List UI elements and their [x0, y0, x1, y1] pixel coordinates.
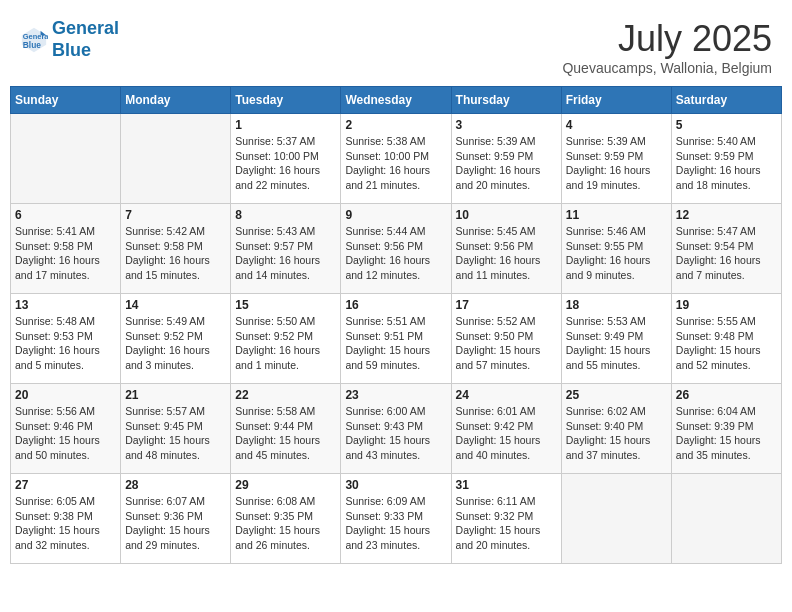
calendar-cell: 2Sunrise: 5:38 AM Sunset: 10:00 PM Dayli…: [341, 114, 451, 204]
day-number: 18: [566, 298, 667, 312]
day-number: 19: [676, 298, 777, 312]
calendar-cell: 23Sunrise: 6:00 AM Sunset: 9:43 PM Dayli…: [341, 384, 451, 474]
calendar-cell: 27Sunrise: 6:05 AM Sunset: 9:38 PM Dayli…: [11, 474, 121, 564]
day-number: 3: [456, 118, 557, 132]
weekday-header-tuesday: Tuesday: [231, 87, 341, 114]
calendar-cell: 18Sunrise: 5:53 AM Sunset: 9:49 PM Dayli…: [561, 294, 671, 384]
day-info: Sunrise: 5:49 AM Sunset: 9:52 PM Dayligh…: [125, 314, 226, 373]
day-info: Sunrise: 5:52 AM Sunset: 9:50 PM Dayligh…: [456, 314, 557, 373]
calendar-cell: 25Sunrise: 6:02 AM Sunset: 9:40 PM Dayli…: [561, 384, 671, 474]
calendar-cell: 7Sunrise: 5:42 AM Sunset: 9:58 PM Daylig…: [121, 204, 231, 294]
weekday-header-thursday: Thursday: [451, 87, 561, 114]
day-number: 23: [345, 388, 446, 402]
calendar-week-1: 1Sunrise: 5:37 AM Sunset: 10:00 PM Dayli…: [11, 114, 782, 204]
calendar-cell: 13Sunrise: 5:48 AM Sunset: 9:53 PM Dayli…: [11, 294, 121, 384]
calendar-cell: 12Sunrise: 5:47 AM Sunset: 9:54 PM Dayli…: [671, 204, 781, 294]
weekday-header-wednesday: Wednesday: [341, 87, 451, 114]
svg-text:Blue: Blue: [23, 40, 41, 50]
calendar-week-2: 6Sunrise: 5:41 AM Sunset: 9:58 PM Daylig…: [11, 204, 782, 294]
day-info: Sunrise: 5:48 AM Sunset: 9:53 PM Dayligh…: [15, 314, 116, 373]
calendar-cell: 1Sunrise: 5:37 AM Sunset: 10:00 PM Dayli…: [231, 114, 341, 204]
calendar-week-4: 20Sunrise: 5:56 AM Sunset: 9:46 PM Dayli…: [11, 384, 782, 474]
day-info: Sunrise: 5:53 AM Sunset: 9:49 PM Dayligh…: [566, 314, 667, 373]
day-number: 7: [125, 208, 226, 222]
day-info: Sunrise: 5:46 AM Sunset: 9:55 PM Dayligh…: [566, 224, 667, 283]
day-number: 13: [15, 298, 116, 312]
calendar-cell: 5Sunrise: 5:40 AM Sunset: 9:59 PM Daylig…: [671, 114, 781, 204]
weekday-header-saturday: Saturday: [671, 87, 781, 114]
day-number: 12: [676, 208, 777, 222]
day-number: 15: [235, 298, 336, 312]
calendar-cell: 6Sunrise: 5:41 AM Sunset: 9:58 PM Daylig…: [11, 204, 121, 294]
day-number: 6: [15, 208, 116, 222]
day-number: 20: [15, 388, 116, 402]
calendar-cell: 9Sunrise: 5:44 AM Sunset: 9:56 PM Daylig…: [341, 204, 451, 294]
day-info: Sunrise: 6:00 AM Sunset: 9:43 PM Dayligh…: [345, 404, 446, 463]
day-number: 26: [676, 388, 777, 402]
day-info: Sunrise: 6:05 AM Sunset: 9:38 PM Dayligh…: [15, 494, 116, 553]
calendar-cell: 31Sunrise: 6:11 AM Sunset: 9:32 PM Dayli…: [451, 474, 561, 564]
day-number: 11: [566, 208, 667, 222]
day-number: 14: [125, 298, 226, 312]
calendar-cell: 26Sunrise: 6:04 AM Sunset: 9:39 PM Dayli…: [671, 384, 781, 474]
day-number: 16: [345, 298, 446, 312]
day-number: 8: [235, 208, 336, 222]
day-info: Sunrise: 6:04 AM Sunset: 9:39 PM Dayligh…: [676, 404, 777, 463]
calendar-cell: 4Sunrise: 5:39 AM Sunset: 9:59 PM Daylig…: [561, 114, 671, 204]
calendar-header: SundayMondayTuesdayWednesdayThursdayFrid…: [11, 87, 782, 114]
month-title: July 2025: [562, 18, 772, 60]
calendar-cell: [11, 114, 121, 204]
day-info: Sunrise: 5:55 AM Sunset: 9:48 PM Dayligh…: [676, 314, 777, 373]
calendar-cell: 19Sunrise: 5:55 AM Sunset: 9:48 PM Dayli…: [671, 294, 781, 384]
calendar-cell: [671, 474, 781, 564]
day-info: Sunrise: 5:45 AM Sunset: 9:56 PM Dayligh…: [456, 224, 557, 283]
day-info: Sunrise: 6:07 AM Sunset: 9:36 PM Dayligh…: [125, 494, 226, 553]
weekday-header-friday: Friday: [561, 87, 671, 114]
day-number: 30: [345, 478, 446, 492]
day-info: Sunrise: 5:39 AM Sunset: 9:59 PM Dayligh…: [456, 134, 557, 193]
calendar-cell: 14Sunrise: 5:49 AM Sunset: 9:52 PM Dayli…: [121, 294, 231, 384]
day-number: 2: [345, 118, 446, 132]
calendar-cell: 3Sunrise: 5:39 AM Sunset: 9:59 PM Daylig…: [451, 114, 561, 204]
calendar-cell: 21Sunrise: 5:57 AM Sunset: 9:45 PM Dayli…: [121, 384, 231, 474]
logo-icon: General Blue: [20, 26, 48, 54]
day-info: Sunrise: 6:02 AM Sunset: 9:40 PM Dayligh…: [566, 404, 667, 463]
day-info: Sunrise: 5:47 AM Sunset: 9:54 PM Dayligh…: [676, 224, 777, 283]
logo-text: General Blue: [52, 18, 119, 61]
calendar-cell: 15Sunrise: 5:50 AM Sunset: 9:52 PM Dayli…: [231, 294, 341, 384]
day-number: 29: [235, 478, 336, 492]
calendar-cell: 16Sunrise: 5:51 AM Sunset: 9:51 PM Dayli…: [341, 294, 451, 384]
day-info: Sunrise: 5:50 AM Sunset: 9:52 PM Dayligh…: [235, 314, 336, 373]
day-info: Sunrise: 5:51 AM Sunset: 9:51 PM Dayligh…: [345, 314, 446, 373]
title-block: July 2025 Quevaucamps, Wallonia, Belgium: [562, 18, 772, 76]
calendar-cell: [561, 474, 671, 564]
logo: General Blue General Blue: [20, 18, 119, 61]
day-info: Sunrise: 6:01 AM Sunset: 9:42 PM Dayligh…: [456, 404, 557, 463]
page-header: General Blue General Blue July 2025 Quev…: [10, 10, 782, 80]
calendar-cell: 30Sunrise: 6:09 AM Sunset: 9:33 PM Dayli…: [341, 474, 451, 564]
day-info: Sunrise: 5:43 AM Sunset: 9:57 PM Dayligh…: [235, 224, 336, 283]
day-info: Sunrise: 6:11 AM Sunset: 9:32 PM Dayligh…: [456, 494, 557, 553]
day-number: 24: [456, 388, 557, 402]
calendar-cell: 10Sunrise: 5:45 AM Sunset: 9:56 PM Dayli…: [451, 204, 561, 294]
calendar-cell: 24Sunrise: 6:01 AM Sunset: 9:42 PM Dayli…: [451, 384, 561, 474]
day-info: Sunrise: 5:39 AM Sunset: 9:59 PM Dayligh…: [566, 134, 667, 193]
calendar-cell: 22Sunrise: 5:58 AM Sunset: 9:44 PM Dayli…: [231, 384, 341, 474]
calendar-cell: 17Sunrise: 5:52 AM Sunset: 9:50 PM Dayli…: [451, 294, 561, 384]
calendar-cell: 11Sunrise: 5:46 AM Sunset: 9:55 PM Dayli…: [561, 204, 671, 294]
day-info: Sunrise: 5:58 AM Sunset: 9:44 PM Dayligh…: [235, 404, 336, 463]
day-info: Sunrise: 5:57 AM Sunset: 9:45 PM Dayligh…: [125, 404, 226, 463]
day-number: 25: [566, 388, 667, 402]
day-info: Sunrise: 6:08 AM Sunset: 9:35 PM Dayligh…: [235, 494, 336, 553]
day-number: 31: [456, 478, 557, 492]
calendar-week-3: 13Sunrise: 5:48 AM Sunset: 9:53 PM Dayli…: [11, 294, 782, 384]
day-number: 4: [566, 118, 667, 132]
location-subtitle: Quevaucamps, Wallonia, Belgium: [562, 60, 772, 76]
day-info: Sunrise: 5:38 AM Sunset: 10:00 PM Daylig…: [345, 134, 446, 193]
day-info: Sunrise: 5:37 AM Sunset: 10:00 PM Daylig…: [235, 134, 336, 193]
calendar-body: 1Sunrise: 5:37 AM Sunset: 10:00 PM Dayli…: [11, 114, 782, 564]
day-number: 1: [235, 118, 336, 132]
day-info: Sunrise: 5:42 AM Sunset: 9:58 PM Dayligh…: [125, 224, 226, 283]
calendar-table: SundayMondayTuesdayWednesdayThursdayFrid…: [10, 86, 782, 564]
calendar-week-5: 27Sunrise: 6:05 AM Sunset: 9:38 PM Dayli…: [11, 474, 782, 564]
